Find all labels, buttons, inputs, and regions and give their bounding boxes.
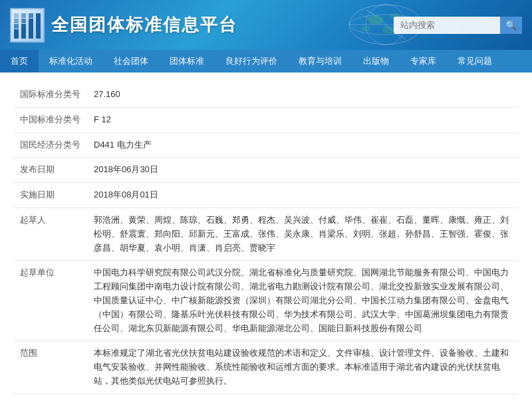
table-row: 中国标准分类号 F 12 xyxy=(13,107,519,132)
nav-group-standard[interactable]: 团体标准 xyxy=(159,50,215,72)
label-draft-units: 起草单位 xyxy=(13,261,87,341)
value-release-date: 2018年06月30日 xyxy=(87,158,519,183)
label-drafters: 起草人 xyxy=(13,207,87,260)
nav-faq[interactable]: 常见问题 xyxy=(447,50,503,72)
label-cn-class: 中国标准分类号 xyxy=(13,107,87,132)
logo-icon xyxy=(10,8,45,43)
table-row: 范围 本标准规定了湖北省光伏扶贫电站建设验收规范的术语和定义、文件审核、设计管理… xyxy=(13,341,519,394)
svg-rect-15 xyxy=(29,19,33,39)
label-intl-class: 国际标准分类号 xyxy=(13,82,87,107)
nav-education[interactable]: 教育与培训 xyxy=(288,50,352,72)
value-intl-class: 27.160 xyxy=(87,82,519,107)
nav-society[interactable]: 社会团体 xyxy=(103,50,159,72)
label-implement-date: 实施日期 xyxy=(13,183,87,208)
svg-rect-13 xyxy=(21,19,26,23)
nav-home[interactable]: 首页 xyxy=(0,50,39,72)
table-row: 起草人 郭浩洲、黄荣、周煌、陈琼、石巍、郑勇、程杰、吴兴波、付威、毕伟、崔崔、石… xyxy=(13,207,519,260)
nav-publications[interactable]: 出版物 xyxy=(352,50,400,72)
main-nav: 首页 标准化活动 社会团体 团体标准 良好行为评价 教育与培训 出版物 专家库 … xyxy=(0,50,532,72)
svg-rect-10 xyxy=(14,19,19,23)
label-scope: 范围 xyxy=(13,341,87,394)
table-row: 国际标准分类号 27.160 xyxy=(13,82,519,107)
site-title: 全国团体标准信息平台 xyxy=(51,13,237,37)
main-content: 国际标准分类号 27.160 中国标准分类号 F 12 国民经济分类号 D441… xyxy=(0,72,532,403)
search-button[interactable]: 🔍 xyxy=(500,17,522,34)
svg-rect-17 xyxy=(36,13,41,39)
value-draft-units: 中国电力科学研究院有限公司武汉分院、湖北省标准化与质量研究院、国网湖北节能服务有… xyxy=(87,261,519,341)
svg-rect-14 xyxy=(21,13,26,18)
info-table: 国际标准分类号 27.160 中国标准分类号 F 12 国民经济分类号 D441… xyxy=(13,82,519,394)
svg-rect-16 xyxy=(29,13,33,18)
value-scope: 本标准规定了湖北省光伏扶贫电站建设验收规范的术语和定义、文件审核、设计管理文件、… xyxy=(87,341,519,394)
value-implement-date: 2018年08月01日 xyxy=(87,183,519,208)
table-row: 国民经济分类号 D441 电力生产 xyxy=(13,132,519,158)
table-row: 实施日期 2018年08月01日 xyxy=(13,183,519,208)
nav-standardization[interactable]: 标准化活动 xyxy=(39,50,103,72)
svg-point-4 xyxy=(368,15,384,25)
value-drafters: 郭浩洲、黄荣、周煌、陈琼、石巍、郑勇、程杰、吴兴波、付威、毕伟、崔崔、石磊、董晖… xyxy=(87,207,519,260)
logo-area: 全国团体标准信息平台 xyxy=(10,8,237,43)
search-input[interactable] xyxy=(394,17,500,33)
nav-evaluation[interactable]: 良好行为评价 xyxy=(215,50,288,72)
value-cn-class: F 12 xyxy=(87,107,519,132)
nav-experts[interactable]: 专家库 xyxy=(400,50,447,72)
value-economy-class: D441 电力生产 xyxy=(87,132,519,158)
table-row: 起草单位 中国电力科学研究院有限公司武汉分院、湖北省标准化与质量研究院、国网湖北… xyxy=(13,261,519,341)
svg-rect-8 xyxy=(14,29,19,39)
svg-point-7 xyxy=(361,26,370,31)
svg-rect-12 xyxy=(21,24,26,39)
label-economy-class: 国民经济分类号 xyxy=(13,132,87,158)
label-release-date: 发布日期 xyxy=(13,158,87,183)
search-box[interactable]: 🔍 xyxy=(394,17,522,34)
svg-rect-11 xyxy=(14,13,19,18)
table-row: 发布日期 2018年06月30日 xyxy=(13,158,519,183)
svg-rect-9 xyxy=(14,24,19,29)
header: 全国团体标准信息平台 🔍 xyxy=(0,0,532,50)
